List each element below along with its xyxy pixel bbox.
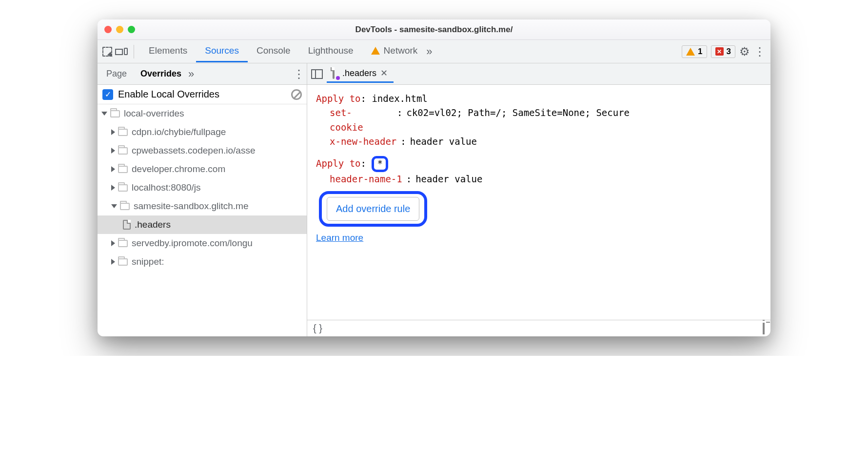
toggle-navigator-icon[interactable]	[311, 69, 323, 79]
tree-folder[interactable]: developer.chrome.com	[98, 160, 307, 178]
folder-icon	[118, 147, 128, 155]
add-override-rule-button[interactable]: Add override rule	[327, 197, 419, 221]
rule-block: Apply to: index.html	[316, 92, 762, 106]
disclosure-triangle-icon[interactable]	[111, 204, 117, 208]
editor-area: .headers ✕ Apply to: index.html set-cook…	[307, 63, 770, 336]
warning-badge[interactable]: 1	[682, 45, 707, 58]
header-row[interactable]: x-new-header: header value	[330, 135, 762, 149]
disclosure-triangle-icon[interactable]	[111, 240, 115, 246]
disclosure-triangle-icon[interactable]	[111, 166, 115, 172]
tree-label: samesite-sandbox.glitch.me	[134, 201, 249, 212]
minimize-window-button[interactable]	[116, 26, 123, 33]
tree-label: developer.chrome.com	[132, 164, 225, 175]
drawer-toggle-icon[interactable]	[763, 323, 765, 334]
file-icon	[123, 220, 131, 230]
clear-overrides-icon[interactable]	[291, 89, 302, 100]
pretty-print-icon[interactable]: { }	[313, 323, 322, 334]
panel-tabs: Elements Sources Console Lighthouse Netw…	[140, 40, 679, 62]
file-icon	[333, 67, 335, 79]
header-value[interactable]: ck02=vl02; Path=/; SameSite=None; Secure	[406, 106, 630, 120]
tree-label: localhost:8080/js	[132, 182, 201, 193]
apply-to-keyword: Apply to	[316, 93, 361, 104]
tree-file-label: .headers	[135, 219, 171, 230]
error-icon: ✕	[715, 47, 724, 56]
tree-folder[interactable]: cpwebassets.codepen.io/asse	[98, 141, 307, 160]
window-controls	[104, 26, 135, 33]
navigator-tab-page[interactable]: Page	[99, 65, 134, 83]
tab-sources[interactable]: Sources	[196, 40, 248, 62]
folder-icon	[110, 110, 120, 117]
tree-label: servedby.ipromote.com/longu	[132, 238, 253, 249]
titlebar: DevTools - samesite-sandbox.glitch.me/	[98, 19, 770, 40]
warning-icon	[686, 48, 695, 56]
disclosure-triangle-icon[interactable]	[111, 185, 115, 191]
tree-folder[interactable]: localhost:8080/js	[98, 178, 307, 197]
close-tab-icon[interactable]: ✕	[380, 68, 388, 78]
panel-body: Page Overrides ✓ Enable Local Overrides …	[98, 63, 770, 336]
devtools-window: DevTools - samesite-sandbox.glitch.me/ E…	[98, 19, 770, 336]
add-rule-highlight: Add override rule	[319, 191, 427, 227]
header-value[interactable]: header value	[410, 135, 477, 149]
editor-tabs: .headers ✕	[307, 63, 770, 85]
colon: :	[400, 135, 406, 149]
colon: :	[361, 158, 366, 169]
tree-file-selected[interactable]: .headers	[98, 215, 307, 234]
enable-overrides-checkbox[interactable]: ✓	[102, 89, 113, 100]
disclosure-triangle-icon[interactable]	[111, 148, 115, 154]
settings-icon[interactable]: ⚙	[739, 45, 750, 58]
disclosure-triangle-icon[interactable]	[101, 112, 107, 116]
tree-folder[interactable]: cdpn.io/chybie/fullpage	[98, 123, 307, 141]
window-title: DevTools - samesite-sandbox.glitch.me/	[98, 25, 770, 35]
toolbar-right: 1 ✕ 3 ⚙	[682, 45, 766, 58]
tab-network[interactable]: Network	[362, 40, 427, 62]
editor-tab-headers[interactable]: .headers ✕	[327, 65, 394, 83]
disclosure-triangle-icon[interactable]	[111, 259, 115, 265]
sources-sidebar: Page Overrides ✓ Enable Local Overrides …	[98, 63, 307, 336]
headers-editor[interactable]: Apply to: index.html set-cookie : ck02=v…	[307, 85, 770, 320]
tree-label: cpwebassets.codepen.io/asse	[132, 145, 256, 156]
folder-icon	[118, 184, 128, 192]
tree-root[interactable]: local-overrides	[98, 104, 307, 123]
navigator-tabs: Page Overrides	[98, 63, 307, 85]
more-tabs-button[interactable]	[426, 45, 432, 58]
editor-statusbar: { }	[307, 320, 770, 336]
tab-lighthouse[interactable]: Lighthouse	[299, 40, 362, 62]
tab-console[interactable]: Console	[248, 40, 299, 62]
disclosure-triangle-icon[interactable]	[111, 129, 115, 135]
enable-overrides-row: ✓ Enable Local Overrides	[98, 85, 307, 104]
folder-icon	[118, 240, 128, 247]
inspect-icon[interactable]	[102, 47, 112, 57]
header-name[interactable]: header-name-1	[330, 172, 402, 186]
tree-folder[interactable]: snippet:	[98, 253, 307, 271]
header-name[interactable]: x-new-header	[330, 135, 396, 149]
zoom-window-button[interactable]	[128, 26, 135, 33]
learn-more-link[interactable]: Learn more	[316, 231, 363, 245]
editor-tab-label: .headers	[342, 68, 376, 78]
kebab-menu-icon[interactable]	[754, 45, 766, 58]
tree-folder[interactable]: samesite-sandbox.glitch.me	[98, 197, 307, 215]
apply-to-value-highlighted[interactable]: *	[372, 156, 388, 172]
main-toolbar: Elements Sources Console Lighthouse Netw…	[98, 40, 770, 63]
overrides-tree: local-overrides cdpn.io/chybie/fullpage …	[98, 104, 307, 336]
navigator-menu-icon[interactable]	[293, 67, 305, 81]
tab-network-label: Network	[384, 45, 418, 56]
header-value[interactable]: header value	[415, 172, 482, 186]
tab-elements[interactable]: Elements	[140, 40, 196, 62]
navigator-tab-overrides[interactable]: Overrides	[134, 65, 188, 83]
navigator-more-tabs[interactable]	[188, 68, 194, 80]
rule-block: Apply to: *	[316, 156, 762, 172]
close-window-button[interactable]	[104, 26, 112, 33]
tree-folder[interactable]: servedby.ipromote.com/longu	[98, 234, 307, 253]
warning-icon	[371, 47, 380, 55]
apply-to-value[interactable]: index.html	[372, 93, 427, 104]
warning-count: 1	[698, 47, 702, 57]
folder-icon	[118, 258, 128, 266]
colon: :	[361, 93, 366, 104]
folder-icon	[118, 129, 128, 136]
header-name[interactable]: set-cookie	[330, 106, 393, 135]
device-toggle-icon[interactable]	[115, 48, 128, 55]
colon: :	[397, 106, 402, 120]
header-row[interactable]: set-cookie : ck02=vl02; Path=/; SameSite…	[330, 106, 762, 135]
header-row[interactable]: header-name-1: header value	[330, 172, 762, 186]
error-badge[interactable]: ✕ 3	[711, 45, 735, 58]
